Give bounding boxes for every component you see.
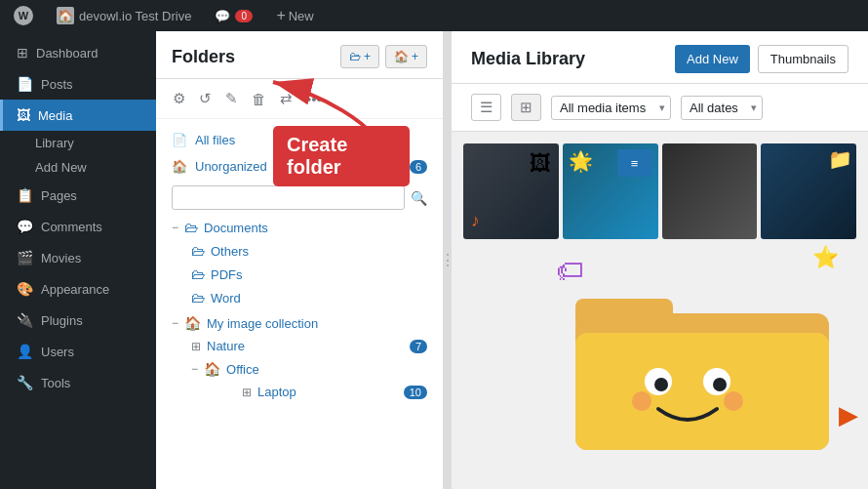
sidebar-item-pages[interactable]: 📋 Pages: [0, 180, 156, 211]
search-icon[interactable]: 🔍: [411, 190, 427, 206]
others-row[interactable]: 🗁 Others: [191, 239, 443, 263]
sidebar-label-comments: Comments: [41, 220, 102, 234]
date-wrapper: All dates: [681, 96, 763, 120]
folders-list: 📄 All files 🏠 Unorganized 6 🔍: [156, 119, 443, 489]
appearance-icon: 🎨: [17, 281, 33, 297]
office-toggle[interactable]: −: [191, 362, 198, 376]
all-files-item[interactable]: 📄 All files: [156, 127, 443, 153]
new-smart-folder-btn[interactable]: 🏠 +: [385, 45, 427, 68]
sidebar-item-dashboard[interactable]: ⊞ Dashboard: [0, 37, 156, 68]
list-view-icon: ☰: [480, 99, 493, 115]
trash-icon[interactable]: 🗑: [249, 88, 269, 110]
sidebar-item-posts[interactable]: 📄 Posts: [0, 68, 156, 100]
folder-svg: [556, 245, 848, 460]
media-thumb-3[interactable]: [662, 143, 758, 239]
sidebar-label-appearance: Appearance: [41, 282, 109, 297]
grid-view-icon: ⊞: [520, 99, 533, 115]
svg-point-9: [724, 391, 743, 411]
sidebar-item-library[interactable]: Library: [0, 131, 156, 155]
media-thumb-2[interactable]: ≡ 🌟: [563, 143, 658, 239]
documents-toggle[interactable]: −: [172, 221, 178, 234]
documents-folder-icon: 🗁: [184, 220, 198, 235]
grid-view-btn[interactable]: ⊞: [511, 94, 541, 121]
svg-point-4: [645, 368, 672, 395]
list-view-btn[interactable]: ☰: [471, 94, 501, 121]
home-icon: 🏠: [172, 159, 187, 174]
svg-point-8: [632, 391, 651, 411]
sidebar-label-media: Media: [38, 108, 72, 123]
pdfs-row[interactable]: 🗁 PDFs: [191, 263, 443, 286]
more-icon[interactable]: •••: [303, 88, 325, 110]
top-bar: W 🏠 devowl.io Test Drive 💬 0 + New: [0, 0, 868, 31]
sidebar-item-comments[interactable]: 💬 Comments: [0, 211, 156, 242]
laptop-link[interactable]: Laptop: [257, 385, 296, 399]
media-panel: Media Library Add New Thumbnails ☰ ⊞ All…: [452, 31, 868, 489]
documents-group: − 🗁 Documents 🗁 Others 🗁 PDFs: [156, 216, 443, 309]
new-folder-btn[interactable]: 🗁 +: [340, 45, 379, 68]
sidebar-item-users[interactable]: 👤 Users: [0, 336, 156, 367]
media-thumb-4[interactable]: 📁: [761, 143, 856, 239]
pdfs-folder-icon: 🗁: [191, 266, 205, 282]
unorganized-count: 6: [410, 160, 427, 174]
content-area: Folders 🗁 + 🏠 +: [156, 31, 868, 489]
sidebar-item-add-new[interactable]: Add New: [0, 155, 156, 180]
pdfs-link[interactable]: PDFs: [211, 267, 243, 282]
sidebar-item-media[interactable]: 🖼 Media: [0, 100, 156, 131]
office-link[interactable]: Office: [226, 362, 259, 377]
documents-row[interactable]: − 🗁 Documents: [156, 216, 443, 239]
edit-icon[interactable]: ✎: [222, 87, 241, 110]
sidebar-item-plugins[interactable]: 🔌 Plugins: [0, 305, 156, 336]
wp-logo-btn[interactable]: W: [8, 2, 39, 29]
nature-row[interactable]: ⊞ Nature 7: [191, 335, 443, 357]
tools-icon: 🔧: [17, 375, 33, 390]
unorganized-item[interactable]: 🏠 Unorganized 6: [156, 153, 443, 180]
refresh-icon[interactable]: ↺: [196, 87, 215, 110]
sidebar-item-tools[interactable]: 🔧 Tools: [0, 367, 156, 398]
move-icon[interactable]: ⇄: [277, 87, 296, 110]
svg-rect-2: [575, 299, 673, 328]
folder-icon-new: 🗁: [349, 50, 361, 63]
image-collection-toggle[interactable]: −: [172, 316, 178, 330]
new-btn[interactable]: + New: [270, 3, 319, 28]
folders-header: Folders 🗁 + 🏠 +: [156, 31, 443, 79]
word-row[interactable]: 🗁 Word: [191, 286, 443, 309]
add-new-btn[interactable]: Add New: [675, 45, 750, 73]
users-icon: 👤: [17, 344, 33, 359]
folders-toolbar: ⚙ ↺ ✎ 🗑 ⇄ •••: [156, 79, 443, 119]
search-row: 🔍: [156, 180, 443, 216]
smart-folder-icon-2: 🏠: [184, 315, 201, 331]
sidebar-item-appearance[interactable]: 🎨 Appearance: [0, 273, 156, 305]
comments-btn[interactable]: 💬 0: [209, 5, 258, 27]
media-toolbar: ☰ ⊞ All media items All dates: [452, 84, 868, 132]
date-filter[interactable]: All dates: [681, 96, 763, 120]
settings-icon[interactable]: ⚙: [170, 87, 188, 110]
others-link[interactable]: Others: [211, 244, 249, 259]
sidebar-label-tools: Tools: [41, 376, 70, 390]
folders-panel: Folders 🗁 + 🏠 +: [156, 31, 444, 489]
laptop-row[interactable]: ⊞ Laptop 10: [242, 381, 443, 403]
media-header-buttons: Add New Thumbnails: [675, 45, 848, 73]
panel-divider[interactable]: [444, 31, 452, 489]
image-collection-children: ⊞ Nature 7 − 🏠 Office: [156, 335, 443, 403]
media-thumb-1[interactable]: 🖼 ♪: [463, 143, 559, 239]
new-label: New: [289, 9, 314, 23]
image-collection-link[interactable]: My image collection: [207, 316, 318, 331]
thumbnails-btn[interactable]: Thumbnails: [758, 45, 848, 73]
word-link[interactable]: Word: [211, 291, 241, 306]
main-layout: ⊞ Dashboard 📄 Posts 🖼 Media Library Add …: [0, 31, 868, 489]
all-files-label: All files: [195, 133, 235, 147]
smart-folder-icon: 🏠: [394, 50, 409, 63]
image-collection-row[interactable]: − 🏠 My image collection: [156, 311, 443, 335]
documents-link[interactable]: Documents: [204, 221, 268, 235]
sidebar-label-dashboard: Dashboard: [36, 46, 99, 61]
site-name-btn[interactable]: 🏠 devowl.io Test Drive: [51, 3, 197, 28]
office-children: ⊞ Laptop 10: [191, 381, 443, 403]
media-type-filter[interactable]: All media items: [551, 96, 671, 120]
folder-search-input[interactable]: [172, 185, 405, 210]
office-row[interactable]: − 🏠 Office: [191, 357, 443, 381]
new-folder-btn-label: +: [364, 50, 371, 63]
svg-point-5: [703, 368, 730, 395]
nature-link[interactable]: Nature: [207, 339, 245, 353]
word-folder-icon: 🗁: [191, 290, 205, 306]
sidebar-item-movies[interactable]: 🎬 Movies: [0, 242, 156, 273]
